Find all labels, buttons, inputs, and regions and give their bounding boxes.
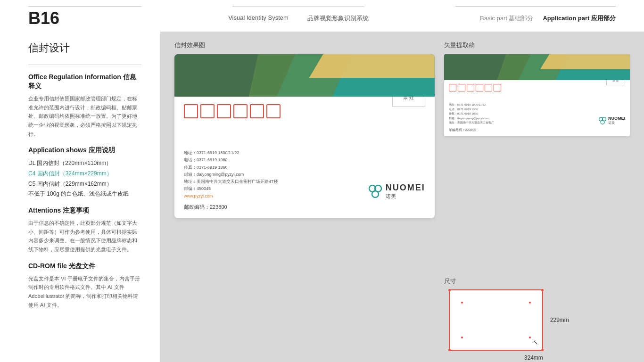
app-item-3: 不低于 100g 的白色纸、浅色纸或牛皮纸 [28,189,141,199]
vector-logo-icon [598,116,607,125]
envelope-section-label: 信封效果图 [174,41,435,49]
app-item-1: C4 国内信封（324mm×229mm） [28,169,141,179]
envelope-logo: NUOMEI 诺美 [368,183,425,200]
vector-bottom: 地址：0371-6919 1800/11/22 电话：0371-6919 106… [449,99,625,125]
office-info-body: 企业专用信封依照国家邮政管理部门规定，在标准允许的范围内进行设计，邮政编码框、贴… [28,94,141,138]
dim-label: 尺寸 [444,277,630,286]
dimensions-section: 尺寸 [444,277,630,353]
postcode-box-4 [233,104,248,118]
attentions-title: Attentions 注意事项 [28,206,89,214]
dim-dot-tl [448,289,451,291]
envelope-postcode-label: 邮政编码：223800 [184,204,425,211]
page-number: B16 [28,8,59,28]
svg-marker-11 [540,54,630,69]
dim-box: ↖ [449,289,543,351]
vector-pcbox-4 [476,84,483,91]
envelope-info: 地址：0371-6919 1800/11/22 电话：0371-6919 106… [184,149,278,200]
dim-wrapper: ↖ 324mm 229mm [449,289,543,351]
envelope-website: www.pyzyi.com [184,193,278,200]
app-part-label: Application part 应用部分 [543,14,616,23]
office-info-title-en: Office Regulation Information 信息释义 [28,73,136,90]
attentions-section: Attentions 注意事项 由于信息的不确定性，此页部分规范（如文字大小、间… [28,206,141,254]
vector-pcbox-2 [458,84,465,91]
dim-dot-tr [541,289,544,291]
sidebar: 信封设计 Office Regulation Information 信息释义 … [0,32,160,362]
app-item-2: C5 国内信封（229mm×162mm） [28,179,141,189]
postcode-box-2 [200,104,215,118]
brand-cn-label: 品牌视觉形象识别系统 [307,14,369,23]
header-right: Basic part 基础部分 Application part 应用部分 [455,14,616,23]
app-shows-section: Application shows 应用说明 [28,146,141,155]
vector-envelope: 贴 邮 票 处 地址：0371-6919 1800/11/22 电话：0371-… [444,54,630,136]
logo-icon-svg [368,184,383,199]
vector-pcbox-1 [449,84,456,91]
sidebar-rule [28,65,141,65]
basic-part-label: Basic part 基础部分 [480,14,533,23]
envelope-section: 信封效果图 [174,41,435,353]
envelope-top-band [174,54,435,97]
cdrom-title: CD-ROM file 光盘文件 [28,262,95,270]
cdrom-section: CD-ROM file 光盘文件 光盘文件是本 VI 手册电子文件的集合，内含手… [28,262,141,310]
header-content: B16 Visual Identity System 品牌视觉形象识别系统 Ba… [0,7,644,32]
logo-text: NUOMEI 诺美 [386,183,425,200]
vector-logo-text: NUOMEI 诺美 [608,116,625,125]
cursor-icon: ↖ [533,338,538,346]
vector-section-label: 矢量提取稿 [444,41,630,49]
vector-top-band [444,54,630,80]
postcode-box-1 [184,104,198,118]
svg-marker-3 [309,54,435,78]
envelope-wrapper: 贴 邮 票 处 地址：0371-6919 1800/11/22 电话：0371-… [174,54,435,218]
dim-dot-inner-tl [461,302,463,304]
dim-dot-inner-tr [529,302,531,304]
header-top-rule [0,0,644,7]
vector-pcbox-5 [485,84,492,91]
vector-info: 地址：0371-6919 1800/11/22 电话：0371-6919 106… [449,103,494,125]
postcode-box-5 [250,104,264,118]
svg-point-7 [372,191,379,197]
main-layout: 信封设计 Office Regulation Information 信息释义 … [0,32,644,362]
right-column: 矢量提取稿 [444,41,630,353]
vis-system-label: Visual Identity System [228,14,289,23]
dim-width: 324mm [524,354,543,361]
envelope-top-row: 贴 邮 票 处 [184,104,425,126]
header-left: B16 [28,10,141,27]
dim-height: 229mm [550,317,569,323]
header-center: Visual Identity System 品牌视觉形象识别系统 [141,14,455,23]
app-items-list: DL 国内信封（220mm×110mm） C4 国内信封（324mm×229mm… [28,158,141,199]
dim-dot-inner-br [529,337,531,338]
svg-point-14 [601,120,604,124]
nuomei-logo: NUOMEI 诺美 [368,183,425,200]
postcode-box-3 [217,104,231,118]
dim-dot-br [541,349,544,351]
envelope-middle: 地址：0371-6919 1800/11/22 电话：0371-6919 106… [184,140,425,200]
envelope-body: 贴 邮 票 处 地址：0371-6919 1800/11/22 电话：0371-… [174,97,435,218]
dim-dot-bl [448,349,451,351]
vector-postcode-boxes [449,84,501,91]
envelope-top-svg [174,54,435,97]
header: B16 Visual Identity System 品牌视觉形象识别系统 Ba… [0,0,644,32]
vector-top-row: 贴 邮 票 处 [449,84,625,95]
vector-body: 贴 邮 票 处 地址：0371-6919 1800/11/22 电话：0371-… [444,80,630,136]
content-top: 信封效果图 [174,41,630,353]
postcode-boxes [184,104,281,118]
vector-section: 矢量提取稿 [444,41,630,265]
office-info-section: Office Regulation Information 信息释义 [28,73,141,90]
vector-top-svg [444,54,630,80]
vector-pcbox-6 [494,84,501,91]
vector-logo: NUOMEI 诺美 [598,116,625,125]
vector-pcbox-3 [467,84,474,91]
sidebar-title: 信封设计 [28,41,141,55]
dim-dot-inner-bl [461,337,463,338]
attentions-body: 由于信息的不确定性，此页部分规范（如文字大小、间距等）可作为参考使用，具体可根据… [28,219,141,254]
logo-cn: 诺美 [386,193,425,200]
cdrom-body: 光盘文件是本 VI 手册电子文件的集合，内含手册制作时的专用软件格式文件。其中 … [28,274,141,310]
app-item-0: DL 国内信封（220mm×110mm） [28,158,141,169]
postcode-box-6 [266,104,281,118]
content-area: 信封效果图 [160,32,644,362]
logo-en: NUOMEI [386,183,425,193]
app-shows-title: Application shows 应用说明 [28,146,115,154]
vector-postcode: 邮编号码：223800 [449,128,625,132]
